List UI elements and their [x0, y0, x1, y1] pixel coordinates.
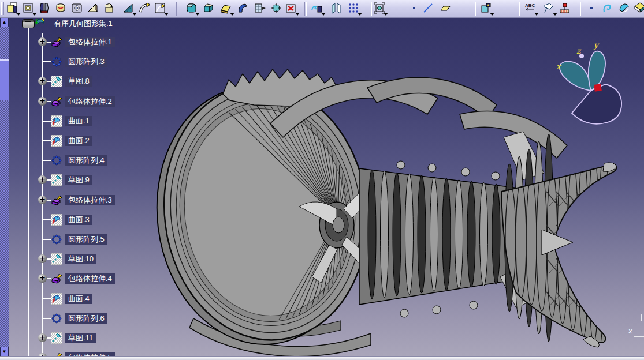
tree-node-label[interactable]: 草图.11: [65, 333, 96, 343]
toolbar-icon-groove[interactable]: [54, 1, 68, 16]
tree-expander-plus[interactable]: +: [38, 77, 47, 85]
compass-anchor-point[interactable]: [594, 84, 602, 92]
tree-expander-plus[interactable]: +: [38, 175, 47, 184]
tree-node-label[interactable]: 曲面.4: [65, 294, 92, 304]
tree-connector: [43, 318, 51, 319]
scroll-up-button[interactable]: ▲: [0, 17, 9, 27]
toolbar-icon-pocket[interactable]: [21, 1, 35, 16]
surface-icon[interactable]: [51, 115, 62, 127]
tree-node-label[interactable]: 曲面.3: [65, 215, 92, 225]
toolbar-icon-shell[interactable]: [236, 1, 250, 16]
tree-node-label[interactable]: 曲面.2: [65, 136, 92, 146]
toolbar-icon-translation[interactable]: [310, 1, 324, 16]
tree-node-label[interactable]: 圆形阵列.3: [65, 57, 107, 67]
dropdown-arrow-icon[interactable]: [132, 13, 137, 16]
tree-root-label[interactable]: 有序几何图形集.1: [54, 18, 113, 29]
toolbar-icon-hole[interactable]: [70, 1, 84, 16]
tree-node-label[interactable]: 包络体拉伸.4: [65, 273, 115, 284]
tree-node-label[interactable]: 包络体拉伸.3: [65, 195, 115, 205]
dropdown-arrow-icon[interactable]: [358, 13, 362, 16]
engine-model[interactable]: [142, 69, 617, 357]
dropdown-arrow-icon[interactable]: [295, 13, 300, 16]
toolbar-icon-point-2[interactable]: [585, 1, 598, 16]
toolbar-icon-slot[interactable]: [102, 1, 116, 16]
toolbar-icon-mirror[interactable]: [330, 1, 344, 16]
tree-expander-plus[interactable]: +: [38, 97, 47, 106]
dropdown-arrow-icon[interactable]: [534, 13, 539, 16]
dropdown-arrow-icon[interactable]: [321, 13, 326, 16]
dropdown-arrow-icon[interactable]: [164, 13, 169, 16]
toolbar-icon-extract[interactable]: [479, 1, 493, 16]
toolbar-icon-flag-note[interactable]: [542, 1, 556, 16]
scroll-down-button[interactable]: ▼: [0, 347, 9, 357]
extrude-icon[interactable]: [51, 36, 62, 48]
toolbar-icon-draft-angle[interactable]: [219, 1, 233, 16]
toolbar-separator: [176, 2, 178, 16]
tree-expander-plus[interactable]: +: [38, 333, 47, 342]
toolbar-icon-scaling[interactable]: [373, 1, 386, 16]
tree-expander-plus[interactable]: +: [38, 38, 47, 46]
sketch-icon[interactable]: [51, 253, 62, 265]
toolbar-icon-rectangular-pattern[interactable]: [347, 1, 360, 16]
toolbar-icon-spiral-curve[interactable]: [601, 1, 615, 16]
dropdown-arrow-icon[interactable]: [195, 13, 200, 16]
scrollbar-thumb[interactable]: [0, 59, 9, 100]
dropdown-arrow-icon[interactable]: [384, 13, 388, 16]
tree-node-label[interactable]: 包络体拉伸.2: [65, 96, 115, 107]
tree-node-label[interactable]: 圆形阵列.4: [65, 155, 107, 166]
sketch-icon[interactable]: [51, 76, 62, 87]
toolbar-separator: [518, 2, 520, 16]
dropdown-arrow-icon[interactable]: [32, 13, 37, 16]
pattern-icon[interactable]: [51, 56, 62, 68]
pattern-icon[interactable]: [51, 313, 62, 324]
toolbar-icon-surface-loft[interactable]: [633, 1, 644, 16]
compass-petal-x[interactable]: [560, 62, 591, 91]
toolbar-icon-surface-patch[interactable]: [617, 1, 631, 16]
toolbar-icon-line[interactable]: [421, 1, 435, 16]
toolbar-icon-thickness[interactable]: [253, 1, 267, 16]
toolbar-icon-inner-thread[interactable]: [269, 1, 283, 16]
tree-node-label[interactable]: 圆形阵列.5: [65, 234, 107, 245]
sketch-icon[interactable]: [51, 174, 62, 186]
tree-expander-plus[interactable]: +: [38, 274, 47, 283]
toolbar-icon-remove-face[interactable]: [284, 1, 298, 16]
toolbar-icon-rib[interactable]: [86, 1, 100, 16]
tree-expander-plus[interactable]: +: [38, 196, 47, 204]
toolbar-icon-edge-fillet[interactable]: [184, 1, 198, 16]
ordered-geometric-set-icon[interactable]: [34, 17, 49, 30]
surface-icon[interactable]: [51, 214, 62, 226]
tree-node-label[interactable]: 包络体拉伸.1: [65, 37, 115, 47]
tree-root-expander[interactable]: [22, 19, 35, 28]
tree-expander-plus[interactable]: +: [38, 254, 47, 263]
toolbar-drag-handle[interactable]: [1, 2, 4, 15]
dropdown-arrow-icon[interactable]: [230, 13, 234, 16]
tree-node-label[interactable]: 圆形阵列.6: [65, 313, 107, 324]
view-compass[interactable]: x z y: [556, 40, 621, 124]
tree-node-label[interactable]: 草图.8: [65, 76, 92, 87]
sketch-icon[interactable]: [51, 332, 62, 344]
toolbar-icon-datum[interactable]: [557, 1, 571, 16]
toolbar-icon-chamfer[interactable]: [202, 1, 215, 16]
pattern-icon[interactable]: [51, 155, 62, 166]
toolbar-icon-text-annotation[interactable]: ABC: [523, 1, 537, 16]
surface-icon[interactable]: [51, 135, 62, 147]
dropdown-arrow-icon[interactable]: [16, 13, 21, 16]
toolbar-icon-pad[interactable]: [5, 1, 19, 16]
toolbar-icon-point[interactable]: [407, 1, 421, 16]
extrude-icon[interactable]: [51, 96, 62, 107]
toolbar-icon-shaft[interactable]: [38, 1, 51, 16]
toolbar-icon-stiffener[interactable]: [121, 1, 135, 16]
tree-node-label[interactable]: 草图.9: [65, 175, 92, 185]
tree-node-label[interactable]: 曲面.1: [65, 116, 92, 126]
extrude-icon[interactable]: [51, 273, 62, 284]
toolbar-icon-sketch-feature[interactable]: [137, 1, 151, 16]
extrude-icon[interactable]: [51, 194, 62, 206]
dropdown-arrow-icon[interactable]: [490, 13, 494, 16]
pattern-icon[interactable]: [51, 234, 62, 245]
dropdown-arrow-icon[interactable]: [553, 13, 557, 16]
toolbar-icon-plane[interactable]: [438, 1, 452, 16]
toolbar-icon-close-surface[interactable]: [153, 1, 167, 16]
surface-icon[interactable]: [51, 293, 62, 305]
tree-node-label[interactable]: 草图.10: [65, 254, 96, 264]
toolbar-separator: [474, 2, 476, 16]
